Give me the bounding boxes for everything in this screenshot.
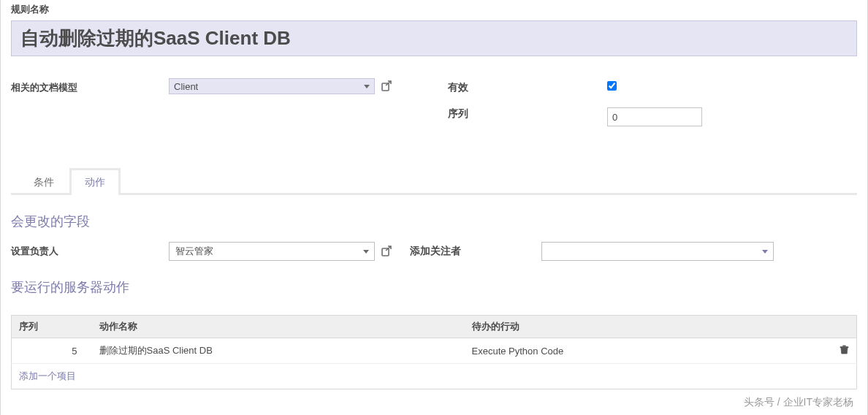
add-item-link[interactable]: 添加一个项目 <box>12 364 83 389</box>
active-checkbox[interactable] <box>607 81 617 91</box>
set-responsible-select[interactable]: 智云管家 <box>169 242 375 261</box>
related-model-value: Client <box>174 81 198 92</box>
section-server-actions: 要运行的服务器动作 <box>11 278 857 296</box>
col-action-name: 动作名称 <box>92 316 465 338</box>
set-responsible-value: 智云管家 <box>175 245 213 258</box>
active-label: 有效 <box>448 78 607 94</box>
add-followers-label: 添加关注者 <box>410 245 541 258</box>
related-model-label: 相关的文档模型 <box>11 78 169 94</box>
col-todo-action: 待办的行动 <box>465 316 832 338</box>
rule-name-label: 规则名称 <box>11 3 857 16</box>
tab-strip: 条件 动作 <box>11 166 857 195</box>
server-actions-table: 序列 动作名称 待办的行动 5 删除过期的SaaS Client DB Exec… <box>11 315 857 389</box>
table-row[interactable]: 5 删除过期的SaaS Client DB Execute Python Cod… <box>12 338 857 364</box>
sequence-input[interactable] <box>607 107 702 126</box>
tab-conditions[interactable]: 条件 <box>18 168 69 195</box>
add-followers-select[interactable] <box>541 242 774 261</box>
external-link-icon[interactable] <box>381 245 392 257</box>
sequence-label: 序列 <box>448 104 607 126</box>
row-name: 删除过期的SaaS Client DB <box>92 338 465 364</box>
set-responsible-label: 设置负责人 <box>11 245 169 258</box>
col-sequence: 序列 <box>12 316 92 338</box>
row-todo: Execute Python Code <box>465 338 832 364</box>
row-seq: 5 <box>12 338 92 364</box>
watermark: 头条号 / 企业IT专家老杨 <box>744 396 853 409</box>
rule-name-input[interactable]: 自动删除过期的SaaS Client DB <box>11 20 857 56</box>
external-link-icon[interactable] <box>381 80 392 92</box>
related-model-select[interactable]: Client <box>169 78 375 94</box>
trash-icon[interactable] <box>840 345 849 354</box>
tab-actions[interactable]: 动作 <box>69 168 121 195</box>
section-fields-to-change: 会更改的字段 <box>11 213 857 230</box>
